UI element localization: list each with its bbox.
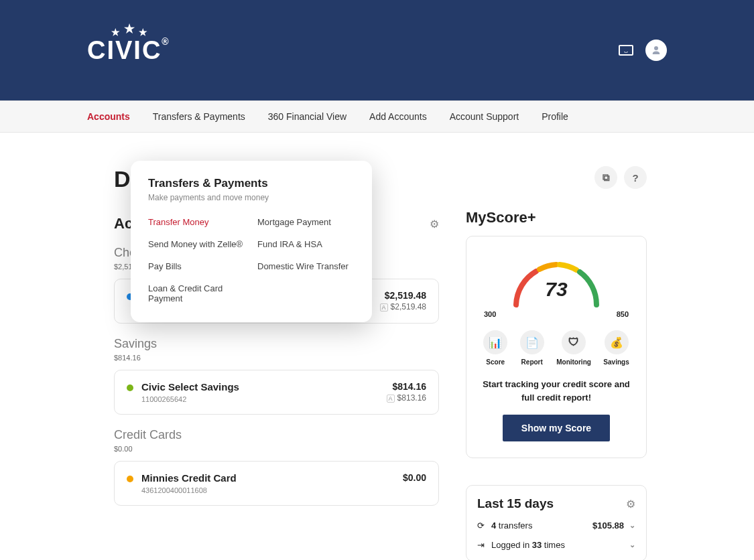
quick-score[interactable]: 📊Score <box>483 330 507 366</box>
coins-icon: 💰 <box>605 330 629 354</box>
account-card-savings[interactable]: Civic Select Savings 11000265642 $814.16… <box>114 370 439 415</box>
quick-savings[interactable]: 💰Savings <box>603 330 629 366</box>
dropdown-loan-cc[interactable]: Loan & Credit Card Payment <box>148 283 245 303</box>
logo-stars-icon: ★★★ <box>111 24 151 39</box>
chevron-down-icon: ⌄ <box>629 541 635 549</box>
quick-monitoring[interactable]: 🛡Monitoring <box>556 330 591 366</box>
transfers-dropdown: Transfers & Payments Make payments and m… <box>131 161 372 322</box>
dot-icon <box>127 384 133 391</box>
account-number: 11000265642 <box>141 395 239 403</box>
quick-label: Report <box>521 358 543 366</box>
brand-name: CIVIC <box>87 36 162 64</box>
myscore-text: Start tracking your credit score and ful… <box>477 378 635 404</box>
nav-profile[interactable]: Profile <box>542 111 568 122</box>
help-icon[interactable]: ? <box>624 166 647 189</box>
nav-transfers[interactable]: Transfers & Payments <box>153 111 245 122</box>
accounts-settings-icon[interactable]: ⚙ <box>430 218 439 230</box>
account-balance: $0.00 <box>403 472 426 483</box>
nav-financial-view[interactable]: 360 Financial View <box>268 111 347 122</box>
dropdown-transfer-money[interactable]: Transfer Money <box>148 217 245 227</box>
available-badge: A <box>387 395 395 403</box>
activity-amount: $105.88 <box>592 520 624 531</box>
activity-heading: Last 15 days <box>477 496 554 511</box>
person-icon <box>650 44 662 56</box>
available-badge: A <box>380 303 388 311</box>
group-credit-title: Credit Cards <box>114 428 439 442</box>
show-score-button[interactable]: Show my Score <box>503 415 610 441</box>
chevron-down-icon: ⌄ <box>629 521 635 530</box>
group-credit-total: $0.00 <box>114 445 439 453</box>
score-min: 300 <box>484 310 496 318</box>
account-name: Minnies Credit Card <box>141 472 237 484</box>
top-bar: ★★★ CIVIC® <box>0 0 754 100</box>
dropdown-mortgage[interactable]: Mortgage Payment <box>257 217 355 227</box>
user-avatar[interactable] <box>645 40 667 61</box>
account-balance: $2,519.48 <box>380 290 426 301</box>
dropdown-wire[interactable]: Domestic Wire Transfer <box>257 261 355 271</box>
document-icon: 📄 <box>520 330 544 354</box>
account-available: $2,519.48 <box>391 302 426 311</box>
quick-label: Savings <box>603 358 629 366</box>
account-number: 4361200400011608 <box>141 486 237 494</box>
shield-icon: 🛡 <box>562 330 586 354</box>
score-gauge: 73 <box>503 251 610 311</box>
mail-icon[interactable] <box>619 45 633 56</box>
dropdown-ira-hsa[interactable]: Fund IRA & HSA <box>257 239 355 249</box>
account-available: $813.16 <box>397 393 426 403</box>
dot-icon <box>127 476 133 482</box>
dropdown-pay-bills[interactable]: Pay Bills <box>148 261 245 271</box>
activity-row-transfers[interactable]: ⟳4 transfers $105.88⌄ <box>477 520 635 531</box>
chart-icon: 📊 <box>483 330 507 354</box>
quick-report[interactable]: 📄Report <box>520 330 544 366</box>
dropdown-subtitle: Make payments and move money <box>148 193 355 202</box>
nav-add-accounts[interactable]: Add Accounts <box>369 111 427 122</box>
myscore-heading: MyScore+ <box>466 209 647 226</box>
dropdown-title: Transfers & Payments <box>148 177 355 190</box>
group-savings-title: Savings <box>114 337 439 351</box>
dropdown-zelle[interactable]: Send Money with Zelle® <box>148 239 245 249</box>
group-savings-total: $814.16 <box>114 354 439 362</box>
account-balance: $814.16 <box>387 381 426 392</box>
nav-support[interactable]: Account Support <box>450 111 519 122</box>
activity-settings-icon[interactable]: ⚙ <box>626 498 635 510</box>
quick-label: Score <box>486 358 505 366</box>
activity-card: Last 15 days ⚙ ⟳4 transfers $105.88⌄ ⇥Lo… <box>466 485 647 560</box>
copy-icon[interactable]: ⧉ <box>594 166 617 189</box>
score-value: 73 <box>503 278 610 301</box>
score-max: 850 <box>617 310 629 318</box>
refresh-icon: ⟳ <box>477 520 485 531</box>
quick-label: Monitoring <box>556 358 591 366</box>
brand-logo[interactable]: ★★★ CIVIC® <box>87 36 170 65</box>
nav-accounts[interactable]: Accounts <box>87 111 130 122</box>
login-icon: ⇥ <box>477 540 485 550</box>
main-nav: Accounts Transfers & Payments 360 Financ… <box>0 100 754 133</box>
activity-row-logins[interactable]: ⇥Logged in 33 times ⌄ <box>477 540 635 550</box>
account-card-credit[interactable]: Minnies Credit Card 4361200400011608 $0.… <box>114 461 439 506</box>
myscore-card: 73 300 850 📊Score 📄Report 🛡Monitoring 💰S… <box>466 236 647 458</box>
account-name: Civic Select Savings <box>141 381 239 393</box>
